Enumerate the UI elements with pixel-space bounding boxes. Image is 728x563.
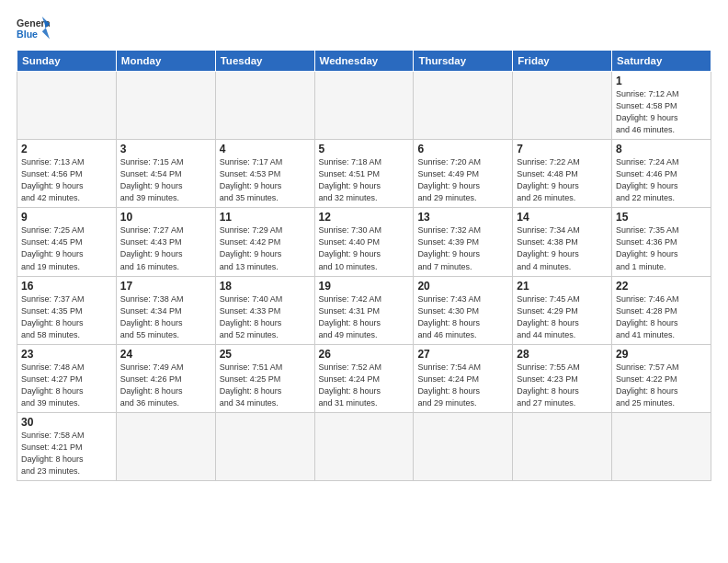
calendar-cell [116, 412, 215, 480]
calendar-cell: 1Sunrise: 7:12 AM Sunset: 4:58 PM Daylig… [612, 72, 711, 140]
weekday-header-monday: Monday [116, 51, 215, 72]
day-info: Sunrise: 7:55 AM Sunset: 4:23 PM Dayligh… [517, 362, 608, 409]
day-info: Sunrise: 7:29 AM Sunset: 4:42 PM Dayligh… [220, 224, 311, 272]
weekday-header-row: SundayMondayTuesdayWednesdayThursdayFrid… [17, 51, 711, 72]
calendar-cell: 5Sunrise: 7:18 AM Sunset: 4:51 PM Daylig… [314, 140, 414, 208]
calendar-cell [513, 412, 612, 480]
calendar-cell: 14Sunrise: 7:34 AM Sunset: 4:38 PM Dayli… [513, 208, 612, 276]
day-info: Sunrise: 7:17 AM Sunset: 4:53 PM Dayligh… [220, 156, 311, 204]
weekday-header-thursday: Thursday [414, 51, 513, 72]
generalblue-logo-icon: General Blue [17, 15, 50, 42]
calendar-cell: 4Sunrise: 7:17 AM Sunset: 4:53 PM Daylig… [215, 140, 314, 208]
calendar-cell: 7Sunrise: 7:22 AM Sunset: 4:48 PM Daylig… [513, 140, 612, 208]
calendar-cell: 3Sunrise: 7:15 AM Sunset: 4:54 PM Daylig… [116, 140, 215, 208]
calendar-cell: 29Sunrise: 7:57 AM Sunset: 4:22 PM Dayli… [612, 344, 711, 412]
calendar-table: SundayMondayTuesdayWednesdayThursdayFrid… [17, 50, 711, 481]
calendar-cell [17, 72, 117, 140]
day-info: Sunrise: 7:48 AM Sunset: 4:27 PM Dayligh… [21, 362, 112, 409]
calendar-cell [116, 72, 215, 140]
day-info: Sunrise: 7:30 AM Sunset: 4:40 PM Dayligh… [319, 224, 410, 272]
calendar-cell: 16Sunrise: 7:37 AM Sunset: 4:35 PM Dayli… [17, 276, 117, 344]
day-number: 17 [120, 280, 211, 293]
day-number: 19 [319, 280, 410, 293]
calendar-cell: 13Sunrise: 7:32 AM Sunset: 4:39 PM Dayli… [414, 208, 513, 276]
day-number: 29 [616, 348, 707, 361]
calendar-row-5: 23Sunrise: 7:48 AM Sunset: 4:27 PM Dayli… [17, 344, 711, 412]
day-number: 13 [417, 211, 508, 224]
calendar-cell: 11Sunrise: 7:29 AM Sunset: 4:42 PM Dayli… [215, 208, 314, 276]
calendar-row-4: 16Sunrise: 7:37 AM Sunset: 4:35 PM Dayli… [17, 276, 711, 344]
day-number: 6 [417, 143, 508, 155]
calendar-row-3: 9Sunrise: 7:25 AM Sunset: 4:45 PM Daylig… [17, 208, 711, 276]
day-number: 27 [417, 348, 508, 361]
day-info: Sunrise: 7:38 AM Sunset: 4:34 PM Dayligh… [120, 293, 211, 341]
day-info: Sunrise: 7:57 AM Sunset: 4:22 PM Dayligh… [616, 362, 707, 409]
day-info: Sunrise: 7:24 AM Sunset: 4:46 PM Dayligh… [616, 156, 707, 204]
calendar-cell [314, 412, 414, 480]
day-number: 3 [120, 143, 211, 155]
calendar-cell: 8Sunrise: 7:24 AM Sunset: 4:46 PM Daylig… [612, 140, 711, 208]
day-info: Sunrise: 7:32 AM Sunset: 4:39 PM Dayligh… [417, 224, 508, 272]
day-info: Sunrise: 7:54 AM Sunset: 4:24 PM Dayligh… [417, 362, 508, 409]
calendar-cell: 9Sunrise: 7:25 AM Sunset: 4:45 PM Daylig… [17, 208, 117, 276]
day-info: Sunrise: 7:46 AM Sunset: 4:28 PM Dayligh… [616, 293, 707, 341]
day-info: Sunrise: 7:40 AM Sunset: 4:33 PM Dayligh… [220, 293, 311, 341]
calendar-cell: 19Sunrise: 7:42 AM Sunset: 4:31 PM Dayli… [314, 276, 414, 344]
day-number: 14 [517, 211, 608, 224]
calendar-cell: 12Sunrise: 7:30 AM Sunset: 4:40 PM Dayli… [314, 208, 414, 276]
day-number: 16 [21, 280, 112, 293]
day-number: 4 [220, 143, 311, 155]
calendar-cell: 25Sunrise: 7:51 AM Sunset: 4:25 PM Dayli… [215, 344, 314, 412]
day-number: 10 [120, 211, 211, 224]
calendar-cell: 2Sunrise: 7:13 AM Sunset: 4:56 PM Daylig… [17, 140, 117, 208]
day-number: 28 [517, 348, 608, 361]
day-info: Sunrise: 7:22 AM Sunset: 4:48 PM Dayligh… [517, 156, 608, 204]
day-info: Sunrise: 7:37 AM Sunset: 4:35 PM Dayligh… [21, 293, 112, 341]
day-number: 30 [21, 416, 112, 429]
calendar-cell [314, 72, 414, 140]
day-info: Sunrise: 7:12 AM Sunset: 4:58 PM Dayligh… [616, 88, 707, 136]
day-info: Sunrise: 7:45 AM Sunset: 4:29 PM Dayligh… [517, 293, 608, 341]
calendar-cell: 24Sunrise: 7:49 AM Sunset: 4:26 PM Dayli… [116, 344, 215, 412]
day-info: Sunrise: 7:43 AM Sunset: 4:30 PM Dayligh… [417, 293, 508, 341]
day-info: Sunrise: 7:49 AM Sunset: 4:26 PM Dayligh… [120, 362, 211, 409]
day-info: Sunrise: 7:13 AM Sunset: 4:56 PM Dayligh… [21, 156, 112, 204]
calendar-cell: 30Sunrise: 7:58 AM Sunset: 4:21 PM Dayli… [17, 412, 117, 480]
calendar-cell: 22Sunrise: 7:46 AM Sunset: 4:28 PM Dayli… [612, 276, 711, 344]
day-number: 8 [616, 143, 707, 155]
calendar-cell: 26Sunrise: 7:52 AM Sunset: 4:24 PM Dayli… [314, 344, 414, 412]
day-info: Sunrise: 7:15 AM Sunset: 4:54 PM Dayligh… [120, 156, 211, 204]
calendar-cell: 10Sunrise: 7:27 AM Sunset: 4:43 PM Dayli… [116, 208, 215, 276]
day-number: 15 [616, 211, 707, 224]
day-number: 9 [21, 211, 112, 224]
day-number: 11 [220, 211, 311, 224]
calendar-cell: 27Sunrise: 7:54 AM Sunset: 4:24 PM Dayli… [414, 344, 513, 412]
calendar-cell [414, 412, 513, 480]
header: General Blue [17, 15, 711, 42]
page: General Blue SundayMondayTuesdayWednesda… [0, 0, 728, 563]
day-info: Sunrise: 7:42 AM Sunset: 4:31 PM Dayligh… [319, 293, 410, 341]
weekday-header-wednesday: Wednesday [314, 51, 414, 72]
day-info: Sunrise: 7:34 AM Sunset: 4:38 PM Dayligh… [517, 224, 608, 272]
day-number: 21 [517, 280, 608, 293]
day-number: 18 [220, 280, 311, 293]
day-info: Sunrise: 7:58 AM Sunset: 4:21 PM Dayligh… [21, 430, 112, 477]
calendar-cell: 15Sunrise: 7:35 AM Sunset: 4:36 PM Dayli… [612, 208, 711, 276]
day-info: Sunrise: 7:20 AM Sunset: 4:49 PM Dayligh… [417, 156, 508, 204]
calendar-cell [513, 72, 612, 140]
calendar-cell: 17Sunrise: 7:38 AM Sunset: 4:34 PM Dayli… [116, 276, 215, 344]
day-info: Sunrise: 7:25 AM Sunset: 4:45 PM Dayligh… [21, 224, 112, 272]
calendar-cell [414, 72, 513, 140]
day-info: Sunrise: 7:35 AM Sunset: 4:36 PM Dayligh… [616, 224, 707, 272]
calendar-cell: 6Sunrise: 7:20 AM Sunset: 4:49 PM Daylig… [414, 140, 513, 208]
calendar-cell: 28Sunrise: 7:55 AM Sunset: 4:23 PM Dayli… [513, 344, 612, 412]
day-number: 2 [21, 143, 112, 155]
calendar-cell [215, 412, 314, 480]
calendar-cell: 20Sunrise: 7:43 AM Sunset: 4:30 PM Dayli… [414, 276, 513, 344]
day-number: 24 [120, 348, 211, 361]
weekday-header-friday: Friday [513, 51, 612, 72]
day-info: Sunrise: 7:27 AM Sunset: 4:43 PM Dayligh… [120, 224, 211, 272]
day-number: 5 [319, 143, 410, 155]
weekday-header-sunday: Sunday [17, 51, 117, 72]
calendar-row-1: 1Sunrise: 7:12 AM Sunset: 4:58 PM Daylig… [17, 72, 711, 140]
